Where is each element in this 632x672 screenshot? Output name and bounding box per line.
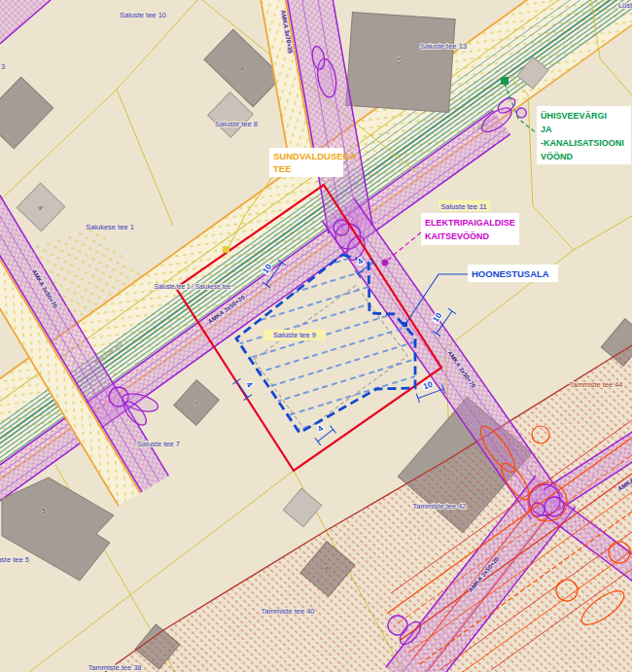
- callout-elektripaigaldise: ELEKTRIPAIGALDISE KAITSEVÖÖND: [421, 213, 519, 245]
- callout-text: JA: [541, 124, 552, 134]
- callout-hoonestusala: HOONESTUSALA: [468, 265, 558, 282]
- parcel-label: Saluste tee 8: [215, 120, 258, 128]
- hoonestusala-marker-icon: [403, 322, 407, 327]
- callout-text: HOONESTUSALA: [472, 268, 549, 279]
- callout-text: ÜHISVEEVÄRGI: [541, 111, 607, 121]
- parcel-label: Saluste tee 11: [440, 202, 486, 211]
- callout-text: KAITSEVÖÖND: [425, 231, 490, 241]
- parcel-label: Tammiste tee 42: [412, 502, 466, 511]
- callout-text: ELEKTRIPAIGALDISE: [425, 218, 515, 228]
- building-number: 5: [42, 508, 46, 514]
- parcel-label: Tammiste tee 38: [88, 663, 141, 672]
- electric-marker-icon: [382, 260, 389, 266]
- parcel-label: Saluste tee 10: [120, 11, 166, 19]
- parcel-label: Tammiste tee 40: [261, 607, 314, 616]
- callout-text: -KANALISATSIOONI: [541, 138, 624, 148]
- parcel-label: Saluste tee 9: [273, 331, 316, 339]
- callout-text: VÖÖND: [541, 152, 574, 161]
- parcel-label: Saluste tee 1 / Salukese tee: [155, 283, 231, 290]
- parcel-label: Salukese tee 1: [86, 223, 134, 231]
- water-marker-icon: [501, 77, 509, 85]
- callout-text: TEE: [273, 163, 291, 174]
- planning-map-canvas: 8 13 4 7 5 40 42: [0, 0, 632, 672]
- parcel-label: 3: [1, 62, 5, 71]
- parcel-label: Saluste tee 5: [0, 555, 29, 564]
- parcel-label: Tammiste tee 44: [569, 380, 622, 389]
- map-viewport: 8 13 4 7 5 40 42: [0, 0, 632, 672]
- callout-text: SUNDVALDUSEGA: [273, 151, 357, 161]
- parcel-label: Saluste tee 13: [420, 42, 467, 51]
- sundvaldus-marker-icon: [223, 246, 229, 253]
- parcel-label: Lüst: [618, 1, 632, 10]
- parcel-label: Saluste tee 7: [137, 440, 180, 448]
- callout-uhisveevargi: ÜHISVEEVÄRGI JA -KANALISATSIOONI VÖÖND: [537, 106, 631, 164]
